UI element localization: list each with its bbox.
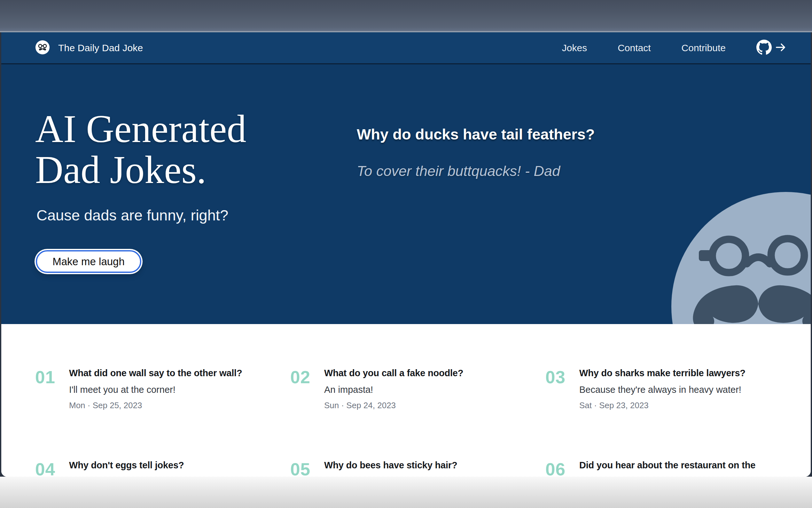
joke-item-3: 03 Why do sharks make terrible lawyers? … xyxy=(545,368,786,411)
joke-body: What did one wall say to the other wall?… xyxy=(69,368,242,411)
dad-avatar-illustration xyxy=(665,185,811,324)
featured-joke-question: Why do ducks have tail feathers? xyxy=(357,125,594,143)
arrow-right-icon xyxy=(774,41,787,55)
joke-number: 02 xyxy=(290,369,312,411)
joke-item-6: 06 Did you hear about the restaurant on … xyxy=(545,460,786,477)
joke-question: Why don't eggs tell jokes? xyxy=(69,460,184,471)
joke-number: 06 xyxy=(545,461,567,477)
nav-links: Jokes Contact Contribute xyxy=(562,40,787,56)
joke-date: Mon · Sep 25, 2023 xyxy=(69,400,242,411)
brand-link[interactable]: The Daily Dad Joke xyxy=(35,40,143,56)
joke-answer: I'll meet you at the corner! xyxy=(69,384,242,395)
joke-number: 01 xyxy=(35,369,57,411)
joke-question: Did you hear about the restaurant on the xyxy=(579,460,755,471)
joke-number: 03 xyxy=(545,369,567,411)
joke-item-5: 05 Why do bees have sticky hair? xyxy=(290,460,531,477)
joke-body: What do you call a fake noodle? An impas… xyxy=(324,368,463,411)
dad-face-logo-icon xyxy=(35,40,50,56)
browser-chrome-top xyxy=(0,0,812,32)
joke-question: What did one wall say to the other wall? xyxy=(69,368,242,378)
nav-link-jokes[interactable]: Jokes xyxy=(562,43,587,53)
joke-body: Did you hear about the restaurant on the xyxy=(579,460,755,477)
joke-question: What do you call a fake noodle? xyxy=(324,368,463,378)
jokes-section: 01 What did one wall say to the other wa… xyxy=(1,324,811,477)
joke-answer: An impasta! xyxy=(324,384,463,395)
hero-section: AI GeneratedDad Jokes. Cause dads are fu… xyxy=(1,64,811,324)
browser-chrome-bottom xyxy=(0,477,812,508)
github-link[interactable] xyxy=(756,40,787,56)
joke-answer: Because they're always in heavy water! xyxy=(579,384,746,395)
joke-body: Why do bees have sticky hair? xyxy=(324,460,457,477)
navbar: The Daily Dad Joke Jokes Contact Contrib… xyxy=(1,32,811,64)
joke-date: Sat · Sep 23, 2023 xyxy=(579,400,746,411)
joke-item-1: 01 What did one wall say to the other wa… xyxy=(35,368,276,411)
joke-question: Why do sharks make terrible lawyers? xyxy=(579,368,746,378)
joke-body: Why do sharks make terrible lawyers? Bec… xyxy=(579,368,746,411)
github-icon xyxy=(756,40,772,56)
joke-item-4: 04 Why don't eggs tell jokes? xyxy=(35,460,276,477)
hero-subtitle: Cause dads are funny, right? xyxy=(37,206,228,224)
joke-number: 05 xyxy=(290,461,312,477)
featured-joke-answer: To cover their buttquacks! - Dad xyxy=(357,163,594,179)
page-window: The Daily Dad Joke Jokes Contact Contrib… xyxy=(1,32,811,477)
joke-body: Why don't eggs tell jokes? xyxy=(69,460,184,477)
featured-joke: Why do ducks have tail feathers? To cove… xyxy=(357,125,594,179)
joke-number: 04 xyxy=(35,461,57,477)
joke-item-2: 02 What do you call a fake noodle? An im… xyxy=(290,368,531,411)
joke-date: Sun · Sep 24, 2023 xyxy=(324,400,463,411)
desktop: { "navbar": { "brand": "The Daily Dad Jo… xyxy=(0,0,812,508)
nav-link-contact[interactable]: Contact xyxy=(618,43,651,53)
make-me-laugh-button[interactable]: Make me laugh xyxy=(36,250,141,273)
site-title: The Daily Dad Joke xyxy=(58,43,143,53)
nav-link-contribute[interactable]: Contribute xyxy=(681,43,726,53)
page-title: AI GeneratedDad Jokes. xyxy=(35,109,246,190)
joke-question: Why do bees have sticky hair? xyxy=(324,460,457,471)
jokes-grid: 01 What did one wall say to the other wa… xyxy=(35,368,786,477)
